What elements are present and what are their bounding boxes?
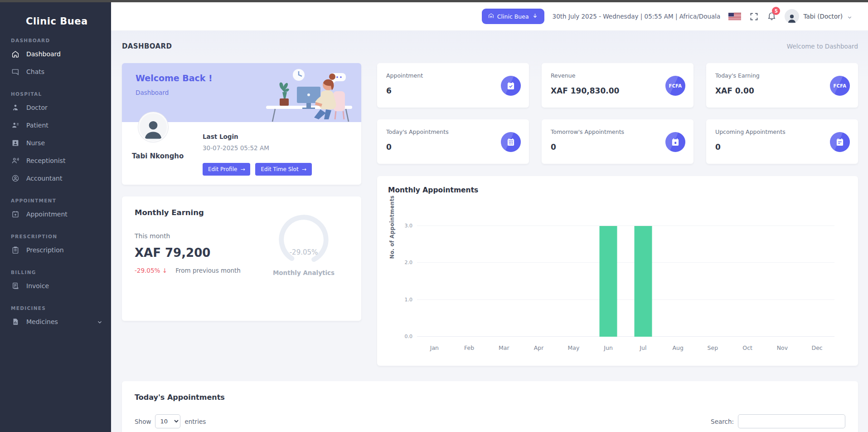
stat-card-upcoming-appointments: Upcoming Appointments0 [706,119,858,164]
avatar [785,9,799,24]
sidebar-item-patient[interactable]: Patient [0,116,111,134]
chart-slot-may [556,226,591,337]
chart-plot-area: 0.01.02.03.0 [417,226,834,337]
sidebar: Clinic Buea DASHBOARDDashboardChatsHOSPI… [0,2,111,432]
welcome-breadcrumb-link[interactable]: Dashboard [136,89,169,96]
chart-x-axis-labels: JanFebMarAprMayJunJulAugSepOctNovDec [417,344,834,351]
welcome-greeting: Welcome Back ! [136,73,213,83]
doctor-icon [11,103,19,112]
sidebar-item-label: Prescription [26,246,64,254]
stat-label: Tomorrow's Appointments [551,128,684,135]
chart-slot-oct [730,226,765,337]
page-welcome-note: Welcome to Dashboard [787,43,858,50]
earning-delta: -29.05% ↓ [135,267,167,274]
stat-label: Revenue [551,72,684,79]
sidebar-section-heading-hospital: HOSPITAL [11,91,111,97]
invoice-icon [11,282,19,290]
user-name: Tabi (Doctor) [803,13,843,20]
calendar-grid-icon [501,132,521,152]
chart-y-tick: 2.0 [405,260,413,265]
arrow-down-icon [532,13,538,20]
stat-card-revenue: RevenueXAF 190,830.00FCFA [542,63,693,108]
stat-label: Today's Appointments [386,128,520,135]
entries-per-page-select[interactable]: 10 [155,414,180,428]
chart-slot-feb [452,226,487,337]
sidebar-item-accountant[interactable]: Accountant [0,169,111,187]
sidebar-item-label: Chats [26,68,44,75]
prescription-icon [11,246,19,254]
notification-count-badge: 5 [772,7,780,15]
chart-y-tick: 1.0 [405,296,413,302]
edit-profile-button[interactable]: Edit Profile→ [203,163,250,176]
sidebar-item-chats[interactable]: Chats [0,63,111,80]
chart-slot-sep [695,226,730,337]
main-content: DASHBOARD Welcome to Dashboard Welcome B… [111,30,868,432]
sidebar-item-label: Invoice [26,282,49,290]
accountant-icon [11,174,19,182]
sidebar-logo: Clinic Buea [0,2,111,27]
stat-value: 0 [386,142,520,152]
fullscreen-icon[interactable] [749,12,759,21]
stat-value: XAF 190,830.00 [551,86,684,95]
stat-card-today-s-appointments: Today's Appointments0 [377,119,529,164]
chart-slot-jan [417,226,452,337]
chart-slot-apr [521,226,556,337]
sidebar-item-prescription[interactable]: Prescription [0,241,111,259]
sidebar-section-heading-dashboard: DASHBOARD [11,38,111,43]
window-top-strip [0,0,868,2]
entries-label: entries [184,418,206,425]
stat-value: XAF 0.00 [715,86,849,95]
edit-time-slot-button[interactable]: Edit Time Slot→ [255,163,311,176]
chart-x-tick-nov: Nov [765,344,800,351]
chart-x-tick-sep: Sep [695,344,730,351]
sidebar-section-heading-appointment: APPOINTMENT [11,198,111,203]
stat-label: Upcoming Appointments [715,128,849,135]
chart-slot-dec [800,226,834,337]
monthly-earning-card: Monthly Earning This month XAF 79,200 -2… [122,196,361,321]
sidebar-item-label: Receptionist [26,157,65,164]
sidebar-item-appointment[interactable]: Appointment [0,205,111,223]
nurse-icon [11,139,19,147]
chart-x-tick-jun: Jun [591,344,626,351]
chart-slot-jun [591,226,626,337]
gauge-ring [277,213,330,266]
search-input[interactable] [738,414,845,428]
gauge-label: Monthly Analytics [270,269,338,276]
page-title: DASHBOARD [122,42,172,50]
clinic-selector-button[interactable]: Clinic Buea [482,9,544,24]
chart-bar-jun[interactable] [600,226,617,337]
stat-label: Appointment [386,72,520,79]
chart-slot-jul [626,226,661,337]
sidebar-item-dashboard[interactable]: Dashboard [0,45,111,63]
last-login-value: 30-07-2025 05:52 AM [203,144,269,152]
notifications-button[interactable]: 5 [767,11,776,22]
sidebar-item-medicines[interactable]: Medicines [0,313,111,330]
medicines-icon [11,318,19,326]
chart-bar-jul[interactable] [634,226,652,337]
chart-x-tick-apr: Apr [521,344,556,351]
todays-appointments-title: Today's Appointments [135,393,845,402]
chart-x-tick-jan: Jan [417,344,452,351]
fcfa-label: FCFA [834,83,847,88]
user-menu[interactable]: Tabi (Doctor) [785,9,853,24]
chevron-down-icon [847,14,853,20]
sidebar-item-nurse[interactable]: Nurse [0,134,111,152]
sidebar-item-doctor[interactable]: Doctor [0,98,111,116]
sidebar-item-label: Accountant [26,175,62,182]
search-label: Search: [711,418,734,425]
header-datetime: 30th July 2025 - Wednesday | 05:55 AM | … [553,13,721,20]
stat-card-appointment: Appointment6 [377,63,529,108]
monthly-appointments-chart-card: Monthly Appointments No. of Appointments… [377,176,858,366]
sidebar-item-invoice[interactable]: Invoice [0,277,111,295]
sidebar-item-label: Patient [26,122,48,129]
fcfa-currency-badge: FCFA [665,76,685,96]
todays-appointments-card: Today's Appointments Show 10 entries Sea… [122,381,858,432]
us-flag-icon[interactable] [728,13,741,20]
chevron-down-icon [97,319,103,325]
chart-bars [417,226,834,337]
hospital-icon [488,13,494,20]
chart-slot-mar [487,226,522,337]
sidebar-item-receptionist[interactable]: Receptionist [0,152,111,169]
welcome-illustration [257,63,361,122]
arrow-right-icon: → [302,166,306,172]
